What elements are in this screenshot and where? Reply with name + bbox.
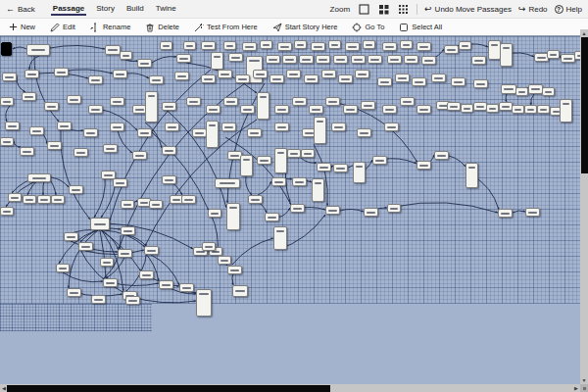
passage-box[interactable] <box>2 73 17 81</box>
passage-box[interactable] <box>113 70 127 78</box>
passage-box[interactable] <box>103 278 118 287</box>
passage-box[interactable] <box>301 149 315 158</box>
passage-box[interactable] <box>547 50 560 59</box>
passage-box[interactable] <box>395 74 410 82</box>
passage-box[interactable] <box>20 147 34 156</box>
passage-box[interactable] <box>328 40 341 49</box>
passage-box[interactable] <box>64 232 78 241</box>
passage-box[interactable] <box>331 122 346 131</box>
passage-box[interactable] <box>88 75 103 84</box>
passage-box[interactable] <box>186 97 201 106</box>
passage-box[interactable] <box>265 213 279 221</box>
passage-box[interactable] <box>165 122 179 131</box>
passage-box[interactable] <box>333 164 348 172</box>
passage-box[interactable] <box>125 296 140 305</box>
passage-box[interactable] <box>235 74 250 83</box>
passage-box[interactable] <box>24 70 39 78</box>
passage-box[interactable] <box>242 42 257 51</box>
passage-box[interactable] <box>110 122 124 131</box>
passage-box[interactable] <box>382 42 397 51</box>
passage-box[interactable] <box>215 178 240 188</box>
back-button[interactable]: ← Back <box>6 4 35 14</box>
passage-box[interactable] <box>321 70 336 78</box>
passage-box[interactable] <box>69 185 83 194</box>
passage-box[interactable] <box>26 44 50 56</box>
passage-box[interactable] <box>355 70 369 78</box>
passage-box[interactable] <box>325 97 340 106</box>
passage-box[interactable] <box>317 163 331 172</box>
passage-box[interactable] <box>162 175 176 184</box>
passage-box[interactable] <box>372 156 387 165</box>
passage-box[interactable] <box>145 91 158 122</box>
passage-box[interactable] <box>139 270 154 279</box>
passage-box[interactable] <box>343 105 358 114</box>
passage-box[interactable] <box>105 45 121 55</box>
zoom-medium-icon[interactable] <box>377 3 390 16</box>
passage-box[interactable] <box>377 77 392 86</box>
passage-box[interactable] <box>560 99 572 122</box>
passage-box[interactable] <box>282 55 297 64</box>
selected-passage-box[interactable] <box>1 42 12 56</box>
passage-box[interactable] <box>444 45 459 54</box>
passage-box[interactable] <box>537 105 550 114</box>
passage-box[interactable] <box>500 43 513 67</box>
passage-box[interactable] <box>277 42 292 51</box>
passage-box[interactable] <box>421 56 436 65</box>
passage-box[interactable] <box>515 87 528 96</box>
scroll-down-icon[interactable]: ▼ <box>580 376 588 384</box>
passage-box[interactable] <box>309 105 323 114</box>
passage-box[interactable] <box>400 97 415 106</box>
undo-button[interactable]: ↩ Undo Move Passages <box>424 4 512 14</box>
passage-box[interactable] <box>223 97 238 106</box>
passage-box[interactable] <box>525 208 540 217</box>
passage-box[interactable] <box>218 70 232 78</box>
passage-box[interactable] <box>270 74 284 83</box>
passage-box[interactable] <box>311 42 325 51</box>
passage-box[interactable] <box>149 75 164 84</box>
passage-box[interactable] <box>486 104 499 113</box>
passage-box[interactable] <box>363 40 375 49</box>
passage-box[interactable] <box>206 105 220 114</box>
passage-box[interactable] <box>5 122 20 130</box>
passage-box[interactable] <box>499 102 513 111</box>
passage-box[interactable] <box>221 122 236 131</box>
passage-box[interactable] <box>29 126 44 135</box>
passage-box[interactable] <box>174 72 189 80</box>
zoom-full-icon[interactable] <box>358 3 370 16</box>
passage-box[interactable] <box>274 105 289 114</box>
passage-box[interactable] <box>227 266 242 274</box>
passage-box[interactable] <box>512 105 524 114</box>
help-button[interactable]: ? Help <box>555 5 582 14</box>
passage-box[interactable] <box>247 128 262 137</box>
passage-box[interactable] <box>473 102 487 111</box>
passage-box[interactable] <box>257 92 270 120</box>
passage-box[interactable] <box>361 101 375 110</box>
go-to-button[interactable]: Go To <box>352 23 384 32</box>
passage-box[interactable] <box>253 70 268 78</box>
passage-box[interactable] <box>412 77 426 86</box>
passage-box[interactable] <box>0 97 14 106</box>
passage-box[interactable] <box>273 226 287 250</box>
passage-box[interactable] <box>118 249 132 258</box>
passage-box[interactable] <box>201 74 216 83</box>
passage-box[interactable] <box>561 54 575 63</box>
passage-box[interactable] <box>56 264 70 272</box>
passage-box[interactable] <box>266 55 280 64</box>
passage-box[interactable] <box>100 258 114 267</box>
passage-box[interactable] <box>240 105 255 114</box>
passage-box[interactable] <box>121 226 135 235</box>
tab-story[interactable]: Story <box>90 2 121 16</box>
horizontal-scrollbar-thumb[interactable] <box>7 385 330 392</box>
horizontal-scrollbar[interactable]: ◀ ▶ <box>0 384 580 392</box>
passage-box[interactable] <box>44 102 59 111</box>
passage-box[interactable] <box>8 193 22 202</box>
passage-box[interactable] <box>292 177 307 186</box>
passage-box[interactable] <box>473 79 488 88</box>
passage-box[interactable] <box>88 105 103 114</box>
select-all-button[interactable]: Select All <box>399 23 442 32</box>
passage-box[interactable] <box>74 148 88 157</box>
passage-box[interactable] <box>338 74 353 83</box>
passage-box[interactable] <box>382 105 397 114</box>
passage-box[interactable] <box>299 55 314 64</box>
passage-box[interactable] <box>257 156 271 165</box>
